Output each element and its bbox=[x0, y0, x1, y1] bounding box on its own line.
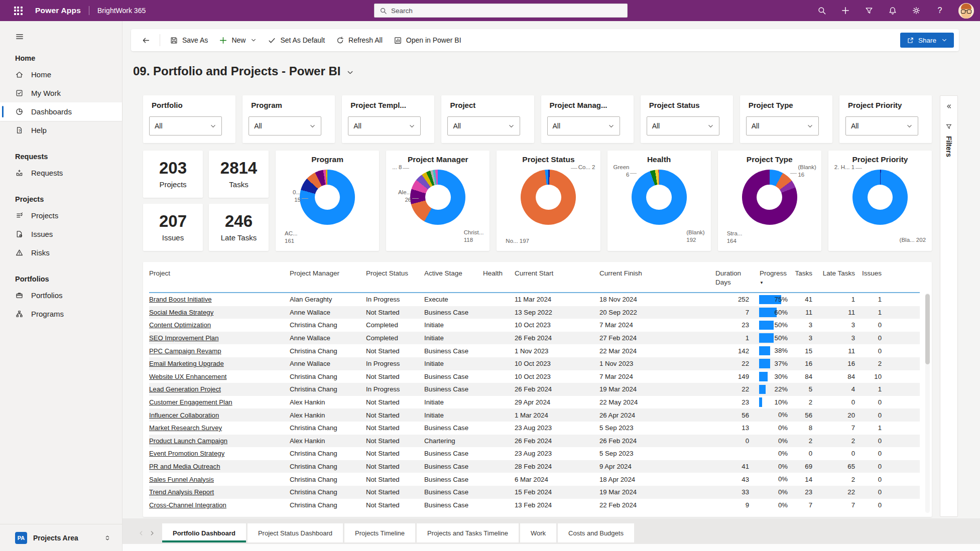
expand-pane-icon[interactable] bbox=[945, 103, 952, 110]
settings-icon[interactable] bbox=[911, 6, 921, 16]
column-header-project-status[interactable]: Project Status bbox=[366, 269, 424, 278]
column-header-project[interactable]: Project bbox=[149, 269, 290, 278]
project-link[interactable]: SEO Improvement Plan bbox=[149, 334, 219, 342]
table-row[interactable]: SEO Improvement PlanAnne WallaceComplete… bbox=[149, 332, 920, 345]
waffle-menu-icon[interactable] bbox=[8, 0, 28, 21]
slicer-dropdown[interactable]: All bbox=[746, 116, 819, 135]
environment-name[interactable]: BrightWork 365 bbox=[97, 7, 146, 15]
project-link[interactable]: PR and Media Outreach bbox=[149, 463, 220, 470]
tab-portfolio-dashboard[interactable]: Portfolio Dashboard bbox=[162, 523, 246, 542]
donut[interactable] bbox=[521, 170, 576, 225]
table-row[interactable]: Market Research SurveyChristina ChangNot… bbox=[149, 422, 920, 435]
project-link[interactable]: Product Launch Campaign bbox=[149, 437, 227, 445]
column-header-progress[interactable]: Progress▼ bbox=[752, 269, 789, 286]
tab-work[interactable]: Work bbox=[520, 523, 556, 542]
search-icon[interactable] bbox=[817, 6, 827, 16]
chevron-right-icon[interactable] bbox=[149, 530, 155, 536]
set-as-default-button[interactable]: Set As Default bbox=[262, 32, 330, 48]
column-header-duration-days[interactable]: Duration Days bbox=[715, 269, 752, 287]
sidebar-item-risks[interactable]: Risks bbox=[0, 243, 122, 262]
sidebar-item-programs[interactable]: Programs bbox=[0, 305, 122, 323]
project-link[interactable]: Lead Generation Project bbox=[149, 385, 221, 393]
tab-costs-and-budgets[interactable]: Costs and Budgets bbox=[558, 523, 634, 542]
add-icon[interactable] bbox=[840, 6, 850, 16]
table-row[interactable]: Trend Analysis ReportChristina ChangNot … bbox=[149, 486, 920, 499]
project-link[interactable]: Influencer Collaboration bbox=[149, 411, 219, 419]
chevron-down-icon[interactable] bbox=[346, 69, 354, 76]
project-link[interactable]: Market Research Survey bbox=[149, 424, 222, 432]
table-scrollbar[interactable] bbox=[925, 293, 930, 513]
table-row[interactable]: Content OptimizationChristina ChangCompl… bbox=[149, 319, 920, 332]
project-link[interactable]: Brand Boost Initiative bbox=[149, 296, 212, 303]
table-row[interactable]: Cross-Channel IntegrationChristina Chang… bbox=[149, 499, 920, 512]
slicer-dropdown[interactable]: All bbox=[647, 116, 719, 135]
donut[interactable] bbox=[742, 170, 797, 225]
table-row[interactable]: Event Promotion StrategyChristina ChangN… bbox=[149, 447, 920, 460]
table-row[interactable]: Customer Engagement PlanAlex HankinNot S… bbox=[149, 396, 920, 409]
table-row[interactable]: PR and Media OutreachChristina ChangNot … bbox=[149, 460, 920, 473]
slicer-dropdown[interactable]: All bbox=[547, 116, 620, 135]
slicer-dropdown[interactable]: All bbox=[348, 116, 421, 135]
tab-projects-and-tasks-timeline[interactable]: Projects and Tasks Timeline bbox=[417, 523, 519, 542]
table-row[interactable]: Influencer CollaborationAlex HankinNot S… bbox=[149, 408, 920, 422]
project-link[interactable]: Email Marketing Upgrade bbox=[149, 360, 224, 367]
column-header-health[interactable]: Health bbox=[483, 269, 515, 278]
open-in-power-bi-button[interactable]: Open in Power BI bbox=[388, 32, 467, 48]
table-row[interactable]: Brand Boost InitiativeAlan GeraghtyIn Pr… bbox=[149, 293, 920, 306]
column-header-active-stage[interactable]: Active Stage bbox=[424, 269, 483, 278]
sidebar-item-dashboards[interactable]: Dashboards bbox=[0, 102, 122, 121]
filter-icon[interactable] bbox=[864, 6, 874, 16]
back-button[interactable] bbox=[136, 32, 156, 48]
notifications-icon[interactable] bbox=[888, 6, 898, 16]
new-button[interactable]: New bbox=[213, 32, 262, 48]
project-link[interactable]: Sales Funnel Analysis bbox=[149, 476, 214, 483]
avatar[interactable] bbox=[958, 3, 974, 19]
slicer-dropdown[interactable]: All bbox=[149, 116, 222, 135]
table-row[interactable]: Sales Funnel AnalysisChristina ChangNot … bbox=[149, 473, 920, 486]
column-header-tasks[interactable]: Tasks bbox=[789, 269, 815, 278]
column-header-issues[interactable]: Issues bbox=[858, 269, 885, 278]
project-link[interactable]: Content Optimization bbox=[149, 321, 211, 329]
slicer-dropdown[interactable]: All bbox=[447, 116, 520, 135]
tab-projects-timeline[interactable]: Projects Timeline bbox=[344, 523, 415, 542]
slicer-dropdown[interactable]: All bbox=[249, 116, 321, 135]
table-row[interactable]: Social Media StrategyAnne WallaceNot Sta… bbox=[149, 306, 920, 319]
hamburger-icon[interactable] bbox=[15, 32, 24, 41]
project-link[interactable]: Trend Analysis Report bbox=[149, 488, 214, 496]
table-row[interactable]: Product Launch CampaignAlex HankinNot St… bbox=[149, 435, 920, 448]
table-row[interactable]: Website UX EnhancementChristina ChangNot… bbox=[149, 370, 920, 383]
sidebar-item-help[interactable]: Help bbox=[0, 121, 122, 140]
scrollbar-thumb[interactable] bbox=[925, 294, 930, 364]
tab-project-status-dashboard[interactable]: Project Status Dashboard bbox=[248, 523, 343, 542]
sidebar-item-home[interactable]: Home bbox=[0, 65, 122, 84]
chevron-left-icon[interactable] bbox=[138, 530, 145, 536]
donut[interactable] bbox=[300, 170, 355, 225]
sidebar-item-requests[interactable]: Requests bbox=[0, 164, 122, 182]
help-icon[interactable]: ? bbox=[935, 6, 945, 16]
sidebar-item-portfolios[interactable]: Portfolios bbox=[0, 286, 122, 305]
project-link[interactable]: Social Media Strategy bbox=[149, 309, 213, 316]
project-link[interactable]: Customer Engagement Plan bbox=[149, 398, 232, 406]
donut[interactable] bbox=[632, 170, 687, 225]
save-as-button[interactable]: Save As bbox=[164, 32, 213, 48]
search-input[interactable]: Search bbox=[374, 4, 628, 18]
sidebar-item-my-work[interactable]: My Work bbox=[0, 84, 122, 102]
environment-switcher[interactable]: PA Projects Area bbox=[0, 524, 122, 551]
sidebar-item-projects[interactable]: Projects bbox=[0, 206, 122, 225]
column-header-current-finish[interactable]: Current Finish bbox=[599, 269, 715, 278]
filters-pane-collapsed[interactable]: Filters bbox=[940, 95, 958, 517]
donut[interactable] bbox=[410, 170, 465, 225]
share-button[interactable]: Share bbox=[900, 33, 954, 48]
sidebar-item-issues[interactable]: Issues bbox=[0, 225, 122, 243]
donut[interactable] bbox=[852, 170, 908, 225]
project-link[interactable]: Website UX Enhancement bbox=[149, 373, 226, 380]
column-header-current-start[interactable]: Current Start bbox=[515, 269, 599, 278]
table-row[interactable]: PPC Campaign RevampChristina ChangNot St… bbox=[149, 344, 920, 357]
project-link[interactable]: Event Promotion Strategy bbox=[149, 450, 224, 457]
table-row[interactable]: Lead Generation ProjectChristina ChangIn… bbox=[149, 383, 920, 396]
refresh-all-button[interactable]: Refresh All bbox=[330, 32, 388, 48]
slicer-dropdown[interactable]: All bbox=[845, 116, 918, 135]
column-header-project-manager[interactable]: Project Manager bbox=[290, 269, 366, 278]
project-link[interactable]: PPC Campaign Revamp bbox=[149, 347, 221, 355]
table-row[interactable]: Email Marketing UpgradeAnne WallaceIn Pr… bbox=[149, 357, 920, 370]
